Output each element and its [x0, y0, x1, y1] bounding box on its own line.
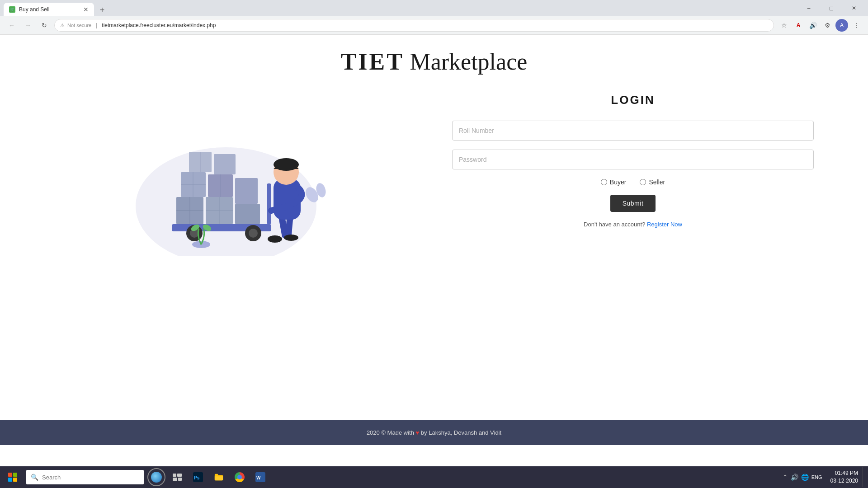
password-group [452, 150, 814, 169]
network-icon[interactable]: 🌐 [801, 474, 809, 481]
forward-button[interactable]: → [22, 19, 34, 32]
system-tray: ⌃ 🔊 🌐 ENG [779, 474, 826, 481]
tab-area: 🛒 Buy and Sell ✕ + [4, 0, 108, 16]
submit-button[interactable]: Submit [610, 195, 656, 212]
site-title-marketplace: Marketplace [410, 49, 527, 75]
windows-logo [8, 473, 17, 482]
svg-point-5 [249, 229, 258, 238]
profile-button[interactable]: A [835, 19, 848, 32]
taskbar-app-explorer[interactable] [209, 467, 229, 487]
seller-radio[interactable] [640, 179, 646, 185]
reload-button[interactable]: ↻ [38, 19, 51, 32]
chevron-up-icon[interactable]: ⌃ [783, 474, 788, 481]
svg-text:W: W [256, 475, 261, 480]
start-button[interactable] [2, 466, 24, 488]
photoshop-icon: Ps [193, 472, 203, 482]
word-icon: W [255, 472, 265, 482]
buyer-radio[interactable] [601, 179, 607, 185]
svg-rect-13 [235, 204, 260, 224]
page-content: TIET Marketplace [0, 35, 868, 467]
taskbar-search-icon: 🔍 [31, 474, 38, 481]
register-text: Don't have an account? Register Now [452, 221, 814, 228]
tab-title: Buy and Sell [19, 6, 49, 13]
extension1-button[interactable]: A [792, 19, 805, 32]
back-button[interactable]: ← [5, 19, 18, 32]
secure-label: Not secure [67, 23, 91, 28]
url-text: tietmarketplace.freecluster.eu/market/in… [102, 22, 216, 28]
bookmark-button[interactable]: ☆ [778, 19, 790, 32]
user-type-group: Buyer Seller [452, 178, 814, 186]
heart-icon: ♥ [416, 429, 421, 436]
taskbar: 🔍 Ps W ⌃ 🔊 [0, 466, 868, 488]
clock-date: 03-12-2020 [830, 477, 858, 485]
restore-button[interactable]: ◻ [821, 0, 842, 16]
no-account-text: Don't have an account? [584, 221, 645, 228]
volume-icon[interactable]: 🔊 [791, 474, 798, 481]
browser-chrome: 🛒 Buy and Sell ✕ + – ◻ ✕ ← → ↻ ⚠ Not sec… [0, 0, 868, 35]
taskbar-app-ps[interactable]: Ps [188, 467, 208, 487]
svg-rect-6 [267, 183, 271, 224]
audio-button[interactable]: 🔊 [807, 19, 819, 32]
file-explorer-icon [214, 472, 224, 482]
title-bar: 🛒 Buy and Sell ✕ + – ◻ ✕ [0, 0, 868, 16]
cortana-button[interactable] [147, 468, 165, 486]
close-button[interactable]: ✕ [844, 0, 864, 16]
site-header: TIET Marketplace [0, 35, 868, 84]
svg-point-29 [274, 158, 299, 171]
menu-button[interactable]: ⋮ [850, 19, 863, 32]
taskbar-app-word[interactable]: W [250, 467, 270, 487]
show-desktop-button[interactable] [863, 467, 866, 487]
main-layout: LOGIN Buyer Seller Submit Don't have [0, 93, 868, 265]
footer-text2: by Lakshya, Devansh and Vidit [421, 429, 501, 436]
site-title-tiet: TIET [341, 49, 404, 75]
roll-number-input[interactable] [452, 121, 814, 141]
buyer-radio-label[interactable]: Buyer [601, 178, 627, 186]
seller-radio-label[interactable]: Seller [640, 178, 665, 186]
tab-favicon: 🛒 [9, 6, 15, 13]
nav-bar: ← → ↻ ⚠ Not secure | tietmarketplace.fre… [0, 16, 868, 34]
site-footer: 2020 © Made with ♥ by Lakshya, Devansh a… [0, 420, 868, 445]
login-area: LOGIN Buyer Seller Submit Don't have [416, 93, 832, 228]
svg-rect-35 [173, 474, 176, 477]
clock-time: 01:49 PM [830, 469, 858, 477]
roll-number-group [452, 121, 814, 141]
taskbar-app-chrome[interactable] [230, 467, 250, 487]
language-icon: ENG [811, 474, 822, 480]
svg-rect-37 [173, 478, 177, 481]
browser-tab[interactable]: 🛒 Buy and Sell ✕ [4, 3, 94, 16]
taskbar-clock[interactable]: 01:49 PM 03-12-2020 [827, 469, 862, 485]
svg-text:Ps: Ps [194, 475, 200, 480]
new-tab-button[interactable]: + [96, 4, 108, 16]
delivery-illustration [122, 102, 330, 256]
svg-point-25 [268, 235, 282, 243]
svg-rect-36 [177, 474, 182, 477]
seller-label: Seller [649, 178, 665, 186]
window-controls: – ◻ ✕ [798, 0, 864, 16]
svg-rect-19 [235, 178, 258, 204]
register-now-link[interactable]: Register Now [647, 221, 682, 228]
footer-text: 2020 © Made with [367, 429, 414, 436]
buyer-label: Buyer [610, 178, 627, 186]
taskbar-search-input[interactable] [42, 474, 139, 481]
login-title: LOGIN [452, 93, 814, 107]
minimize-button[interactable]: – [798, 0, 819, 16]
nav-icons: ☆ A 🔊 ⚙ A ⋮ [778, 19, 863, 32]
task-view-button[interactable] [167, 467, 187, 487]
svg-rect-22 [214, 154, 236, 174]
taskbar-search-box[interactable]: 🔍 [26, 470, 144, 484]
extensions-button[interactable]: ⚙ [821, 19, 834, 32]
illustration-area [36, 93, 416, 265]
svg-point-26 [284, 235, 298, 241]
tab-close-button[interactable]: ✕ [83, 6, 89, 13]
address-bar[interactable]: ⚠ Not secure | tietmarketplace.freeclust… [54, 19, 774, 32]
password-input[interactable] [452, 150, 814, 169]
chrome-icon [235, 472, 245, 482]
cortana-icon [151, 472, 162, 483]
svg-rect-38 [178, 478, 182, 481]
task-view-icon [173, 474, 182, 481]
separator: | [96, 22, 97, 28]
security-icon: ⚠ [60, 23, 65, 28]
